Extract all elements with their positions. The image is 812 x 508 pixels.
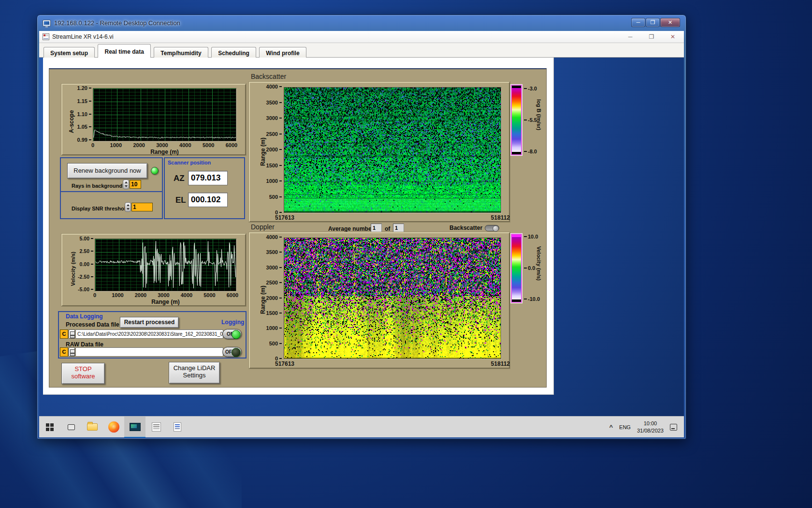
backscatter-time-end: 518112: [481, 214, 510, 221]
firefox-button[interactable]: [103, 417, 124, 438]
doppler-title: Doppler: [251, 223, 275, 231]
scan-scheduler-button[interactable]: [145, 417, 167, 438]
snr-threshold-stepper[interactable]: [125, 202, 131, 212]
app-minimize-button[interactable]: ─: [623, 32, 638, 42]
velocity-graph: Velocity (m/s) 5.002.500.00-2.50-5.00 01…: [61, 234, 246, 306]
raw-logging-toggle[interactable]: OFF: [222, 347, 242, 357]
renew-background-button[interactable]: Renew background now: [67, 163, 147, 179]
processed-path-field[interactable]: C:\Lidar\Data\Proc\2023\202308\20230831\…: [75, 329, 223, 339]
scanner-position-title: Scanner position: [168, 160, 211, 165]
tick-label: 3500: [266, 249, 282, 255]
firefox-icon: [108, 421, 119, 433]
ascope-x-ticks: 0100020003000400050006000: [84, 142, 240, 148]
processed-drive-box[interactable]: C: [60, 329, 68, 339]
az-value-field[interactable]: 079.013: [188, 171, 228, 185]
velocity-plot-canvas: [95, 239, 236, 291]
clock[interactable]: 10:00 31/08/2023: [637, 420, 664, 434]
tick-label: 0.00: [80, 261, 93, 267]
doppler-y-ticks: 40003500300025002000150010005000: [262, 234, 282, 361]
tick-label: -2.50: [78, 274, 93, 280]
tick-label: 4000: [176, 142, 194, 148]
backscatter-plot: [284, 87, 501, 213]
tick-label: 2000: [132, 292, 149, 298]
az-label: AZ: [174, 174, 185, 183]
language-indicator[interactable]: ENG: [619, 424, 631, 430]
stop-software-line1: STOP: [62, 365, 104, 373]
backscatter-colorbar-ticks: -3.0-5.5-8.0: [524, 86, 537, 154]
restart-processed-file-button[interactable]: Restart processed file: [120, 317, 179, 328]
rdp-window: 192.168.0.122 - Remote Desktop Connectio…: [37, 15, 686, 439]
processed-browse-icon[interactable]: [69, 329, 75, 339]
tick-label: 1.20: [77, 85, 91, 91]
velocity-x-axis-label: Range (m): [95, 299, 236, 305]
tab-scheduling[interactable]: Scheduling: [211, 47, 256, 59]
el-label: EL: [175, 195, 186, 205]
clock-date: 31/08/2023: [637, 427, 664, 434]
tick-label: 0: [86, 292, 103, 298]
doppler-heatmap-canvas: [284, 238, 501, 359]
background-controls-group: Renew background now Rays in background …: [60, 157, 163, 219]
doppler-graph: Range (m) 400035003000250020001500100050…: [249, 232, 510, 369]
backscatter-heatmap-canvas: [284, 88, 501, 212]
velocity-y-ticks: 5.002.500.00-2.50-5.00: [73, 236, 93, 292]
raw-drive-box[interactable]: C: [60, 347, 68, 357]
remote-desktop-session: StreamLine XR v14-6.vi ─ ❐ ✕ System setu…: [39, 31, 684, 437]
tick-label: 3000: [266, 265, 282, 270]
snr-threshold-field[interactable]: 1: [131, 203, 153, 211]
backscatter-title: Backscatter: [251, 73, 286, 80]
raw-browse-icon[interactable]: [69, 347, 75, 357]
ascope-plot: [93, 88, 236, 141]
task-view-button[interactable]: [60, 417, 82, 438]
processed-path-row: C C:\Lidar\Data\Proc\2023\202308\2023083…: [60, 329, 223, 339]
average-number-label: Average number: [328, 225, 374, 232]
task-view-icon: [68, 424, 75, 430]
data-logging-group: Data Logging Processed Data file Restart…: [58, 311, 246, 359]
system-tray: ^ ENG 10:00 31/08/2023: [609, 417, 684, 437]
tick-label: 1.15: [77, 98, 91, 104]
rays-in-background-field[interactable]: 10: [130, 180, 141, 189]
change-lidar-settings-button[interactable]: Change LiDAR Settings: [169, 362, 220, 384]
tick-label: 500: [269, 194, 282, 200]
app-restore-button[interactable]: ❐: [644, 32, 659, 42]
rdp-minimize-button[interactable]: ─: [631, 18, 645, 27]
tray-chevron-icon[interactable]: ^: [609, 423, 613, 431]
scanner-position-group: Scanner position AZ 079.013 EL 000.102: [164, 157, 245, 219]
rays-in-background-stepper[interactable]: [123, 179, 129, 189]
backscatter-display-toggle[interactable]: [485, 225, 499, 231]
tab-system-setup[interactable]: System setup: [44, 47, 95, 59]
tick-label: 6000: [224, 292, 241, 298]
renew-background-subgroup: Renew background now Rays in background …: [61, 158, 162, 192]
rdp-close-button[interactable]: ✕: [660, 18, 680, 27]
tick-label: -10.0: [524, 296, 540, 302]
document-app-button[interactable]: [167, 417, 188, 438]
processed-logging-toggle[interactable]: ON: [222, 329, 242, 339]
streamline-app-button[interactable]: [124, 417, 145, 438]
start-button[interactable]: [39, 417, 60, 438]
stop-software-button[interactable]: STOP software: [61, 363, 105, 384]
app-close-button[interactable]: ✕: [666, 32, 680, 42]
raw-data-file-label: RAW Data file: [66, 341, 103, 348]
tab-real-time-data[interactable]: Real time data: [98, 44, 150, 58]
action-center-icon[interactable]: [670, 424, 677, 431]
rdp-maximize-button[interactable]: ❐: [646, 18, 660, 27]
average-number-total-field[interactable]: 1: [393, 224, 404, 232]
tick-label: 2.50: [80, 248, 93, 254]
tick-label: -5.00: [78, 286, 93, 292]
app-titlebar[interactable]: StreamLine XR v14-6.vi ─ ❐ ✕: [39, 31, 684, 43]
logging-label: Logging: [221, 319, 244, 326]
average-number-field[interactable]: 1: [371, 224, 382, 232]
tab-wind-profile[interactable]: Wind profile: [259, 47, 306, 59]
rdp-icon: [43, 20, 51, 27]
display-app-icon: [130, 423, 141, 431]
el-value-field[interactable]: 000.102: [188, 193, 228, 207]
velocity-x-ticks: 0100020003000400050006000: [86, 292, 241, 298]
raw-path-field[interactable]: [75, 347, 223, 357]
rdp-titlebar[interactable]: 192.168.0.122 - Remote Desktop Connectio…: [37, 15, 686, 31]
file-explorer-button[interactable]: [82, 417, 103, 438]
tick-label: 500: [269, 341, 282, 346]
tab-temp-humidity[interactable]: Temp/humidity: [154, 47, 208, 59]
stop-software-line2: software: [62, 373, 104, 380]
doppler-colorbar: [511, 234, 522, 303]
tick-label: 2000: [130, 142, 148, 148]
tab-page: A-scope 1.201.151.101.050.99 01000200030…: [43, 58, 554, 395]
